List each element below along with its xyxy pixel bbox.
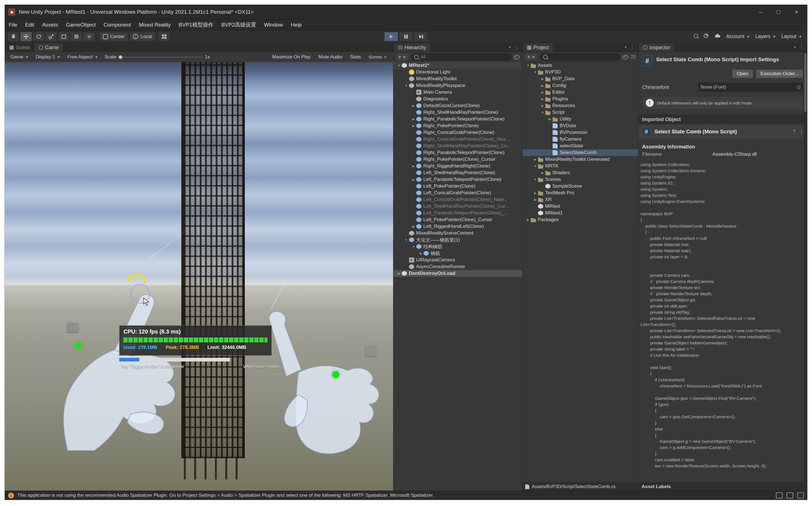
hierarchy-row[interactable]: MRtest1* <box>393 62 522 69</box>
project-row[interactable]: BVPcommon <box>522 129 638 136</box>
panel-dock-icon[interactable]: ▾ <box>509 45 511 49</box>
hierarchy-row[interactable]: MixedRealityPlayspace <box>393 82 522 89</box>
expand-arrow-icon[interactable] <box>540 91 545 94</box>
game-toolbar-toggle[interactable]: Maximize On Play▼ <box>269 54 314 60</box>
expand-arrow-icon[interactable] <box>411 225 416 228</box>
move-tool-button[interactable] <box>20 32 32 41</box>
scene-visibility-icon[interactable] <box>514 55 520 59</box>
hierarchy-row[interactable]: Left_PokePointer(Clone) <box>393 183 522 189</box>
project-row[interactable]: selectState <box>522 143 638 149</box>
hierarchy-row[interactable]: 结构钢筋 <box>393 243 522 250</box>
help-icon[interactable]: ? <box>793 129 796 135</box>
hierarchy-search-input[interactable]: All <box>411 54 512 61</box>
scale-slider[interactable]: Scale 1x <box>105 54 210 60</box>
display-dropdown[interactable]: Display 1▼ <box>33 52 64 62</box>
layers-dropdown[interactable]: Layers▼ <box>755 33 776 39</box>
hierarchy-row[interactable]: Main Camera <box>393 89 522 96</box>
menu-item[interactable]: BVP2高级设置 <box>217 19 260 30</box>
project-row[interactable]: MixedRealityToolkit.Generated <box>522 156 638 163</box>
status-activity-icon[interactable] <box>776 492 783 498</box>
panel-dock-icon[interactable]: ▾ <box>624 45 626 49</box>
project-search-input[interactable] <box>540 54 620 61</box>
panel-dock-icon[interactable]: ▾ <box>794 45 796 49</box>
hierarchy-row[interactable]: Right_ShellHandRayPointer(Clone) <box>393 109 522 116</box>
hierarchy-row[interactable]: Right_ParabolicTeleportPointer(Clone) <box>393 149 522 156</box>
expand-arrow-icon[interactable] <box>411 164 416 168</box>
expand-arrow-icon[interactable] <box>411 124 416 128</box>
pivot-toggle-button[interactable]: Center <box>99 32 128 41</box>
execution-order-button[interactable]: Execution Order... <box>756 69 803 78</box>
status-message[interactable]: This application is not using the recomm… <box>17 493 434 498</box>
layout-dropdown[interactable]: Layout▼ <box>781 33 802 39</box>
project-row[interactable]: Config <box>522 82 638 89</box>
step-button[interactable] <box>414 32 428 41</box>
hierarchy-row[interactable]: Right_ShellHandRayPointer(Clone)_Cu... <box>393 143 522 149</box>
hierarchy-row[interactable]: Right_ConicalGrabPointer(Clone) <box>393 129 522 136</box>
create-asset-button[interactable]: +▼ <box>525 53 538 61</box>
expand-arrow-icon[interactable] <box>411 104 416 108</box>
expand-arrow-icon[interactable] <box>540 97 545 101</box>
status-progress-icon[interactable] <box>797 492 804 498</box>
expand-arrow-icon[interactable] <box>532 164 538 168</box>
hierarchy-row[interactable]: UIRaycastCamera <box>393 257 522 263</box>
tab-hierarchy[interactable]: Hierarchy <box>394 43 430 52</box>
menu-item[interactable]: Window <box>260 19 287 30</box>
expand-arrow-icon[interactable] <box>396 272 402 275</box>
project-row[interactable]: MRTK <box>522 163 638 169</box>
expand-arrow-icon[interactable] <box>540 111 545 114</box>
hierarchy-row[interactable]: MixedRealitySceneContent <box>393 230 522 237</box>
hidden-packages-icon[interactable] <box>622 55 629 59</box>
project-row[interactable]: BVP_Data <box>522 76 638 82</box>
transform-tool-button[interactable] <box>71 32 82 41</box>
inspector-scrollbar[interactable] <box>804 52 807 491</box>
hierarchy-row[interactable]: AsyncCoroutineRunner <box>393 263 522 270</box>
collab-cloud-button[interactable] <box>714 33 721 40</box>
grid-snap-button[interactable] <box>158 32 170 41</box>
expand-arrow-icon[interactable] <box>525 218 531 222</box>
menu-item[interactable]: Mixed Reality <box>135 19 174 30</box>
search-button[interactable] <box>694 33 698 39</box>
game-toolbar-toggle[interactable]: Mute Audio▼ <box>315 54 346 60</box>
expand-arrow-icon[interactable] <box>411 117 416 121</box>
project-row[interactable]: Assets <box>522 62 638 69</box>
project-row[interactable]: Plugins <box>522 96 638 102</box>
status-console-icon[interactable] <box>787 492 793 498</box>
panel-menu-icon[interactable]: ⋮ <box>799 44 804 50</box>
menu-item[interactable]: Help <box>287 19 306 30</box>
object-picker-icon[interactable]: ⊙ <box>797 84 801 90</box>
hierarchy-row[interactable]: Left_ConicalGrabPointer(Clone) <box>393 189 522 196</box>
hierarchy-row[interactable]: 钢筋 <box>393 250 522 257</box>
game-toolbar-toggle[interactable]: Gizmos▼ <box>365 55 390 59</box>
account-dropdown[interactable]: Account▼ <box>726 33 750 39</box>
panel-menu-icon[interactable]: ⋮ <box>514 44 519 50</box>
expand-arrow-icon[interactable] <box>547 117 552 121</box>
project-row[interactable]: SelectStateComb <box>522 149 638 156</box>
tab-project[interactable]: Project <box>523 43 553 52</box>
menu-item[interactable]: Edit <box>21 19 38 30</box>
hierarchy-row[interactable]: MixedRealityToolkit <box>393 76 522 82</box>
scale-groove[interactable] <box>119 57 203 58</box>
menu-item[interactable]: File <box>5 19 21 30</box>
hierarchy-row[interactable]: Right_RiggedHandRight(Clone) <box>393 163 522 169</box>
hierarchy-row[interactable]: Right_ParabolicTeleportPointer(Clone) <box>393 116 522 122</box>
expand-arrow-icon[interactable] <box>540 104 545 108</box>
expand-arrow-icon[interactable] <box>532 178 538 181</box>
project-row[interactable]: BVData <box>522 122 638 129</box>
expand-arrow-icon[interactable] <box>532 191 538 195</box>
menu-item[interactable]: BVP1模型操作 <box>174 19 217 30</box>
hierarchy-row[interactable]: Left_ShellHandRayPointer(Clone) <box>393 169 522 176</box>
create-object-button[interactable]: +▼ <box>396 53 409 61</box>
game-viewport[interactable]: CPU: 120 fps (8.3 ms) Used: 278.1MB Peak… <box>5 62 393 491</box>
close-button[interactable]: × <box>795 9 798 15</box>
hierarchy-row[interactable]: Right_PokePointer(Clone) <box>393 122 522 129</box>
space-toggle-button[interactable]: Local <box>129 32 156 41</box>
progress-button[interactable] <box>703 33 709 40</box>
chinesefont-object-field[interactable]: None (Font) ⊙ <box>698 83 803 92</box>
project-row[interactable]: Editor <box>522 89 638 96</box>
rotate-tool-button[interactable] <box>33 32 45 41</box>
play-button[interactable] <box>384 32 398 41</box>
tab-game[interactable]: Game <box>35 43 63 52</box>
project-row[interactable]: Script <box>522 109 638 116</box>
expand-arrow-icon[interactable] <box>540 171 545 175</box>
component-menu-icon[interactable]: ⋮ <box>799 129 804 135</box>
